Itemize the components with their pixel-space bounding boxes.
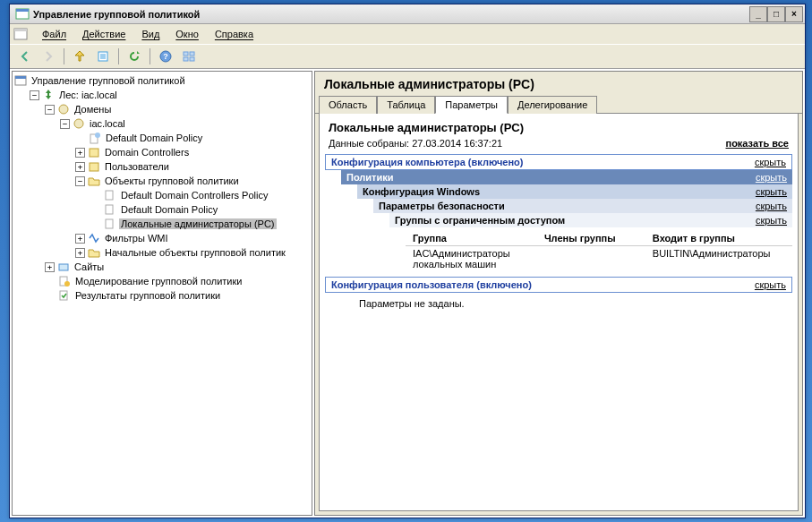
menu-window[interactable]: Окно xyxy=(168,27,206,41)
tree-modeling[interactable]: Моделирование групповой политики xyxy=(45,274,310,288)
section-policies[interactable]: Политики скрыть xyxy=(341,170,792,184)
tree-users[interactable]: + Пользователи xyxy=(75,159,310,174)
col-member-of: Входит в группы xyxy=(645,231,792,246)
tree-forest[interactable]: − Лес: iac.local xyxy=(30,88,310,102)
tree-gpo-ddcp[interactable]: Default Domain Controllers Policy xyxy=(90,188,310,202)
expand-icon[interactable]: + xyxy=(45,262,55,272)
show-all-link[interactable]: показать все xyxy=(726,138,790,149)
tree-starter[interactable]: + Начальные объекты групповой политик xyxy=(75,245,310,260)
tab-delegation[interactable]: Делегирование xyxy=(508,96,597,114)
separator xyxy=(150,48,150,64)
svg-rect-11 xyxy=(190,52,194,56)
menubar: Файл Действие Вид Окно Справка xyxy=(10,24,805,44)
sites-icon xyxy=(57,261,70,273)
svg-rect-21 xyxy=(90,163,98,171)
collapse-icon[interactable]: − xyxy=(75,176,85,186)
svg-rect-28 xyxy=(60,291,67,300)
separator xyxy=(64,48,64,64)
menu-view[interactable]: Вид xyxy=(134,27,167,41)
maximize-button[interactable]: □ xyxy=(767,6,785,22)
restricted-groups-table: Группа Члены группы Входит в группы IAC\… xyxy=(406,231,792,271)
minimize-button[interactable]: _ xyxy=(749,6,767,22)
tree-domains[interactable]: − Домены xyxy=(45,102,310,116)
tree-domain[interactable]: − iac.local xyxy=(60,116,310,131)
section-restricted-groups[interactable]: Группы с ограниченным доступом скрыть xyxy=(389,213,792,227)
gpo-link-icon xyxy=(89,132,101,144)
expand-icon[interactable]: + xyxy=(75,148,85,158)
folder-icon xyxy=(88,246,100,259)
content-area: Управление групповой политикой − Лес: ia… xyxy=(10,69,805,518)
svg-point-16 xyxy=(59,105,68,114)
separator xyxy=(118,48,119,64)
tree-gpo-ddp[interactable]: Default Domain Policy xyxy=(90,202,310,217)
tree-sites[interactable]: + Сайты xyxy=(45,260,310,274)
close-button[interactable]: × xyxy=(785,6,803,22)
expand-icon[interactable]: + xyxy=(75,162,85,172)
svg-rect-15 xyxy=(15,76,26,79)
folder-icon xyxy=(88,175,100,187)
window-title: Управление групповой политикой xyxy=(33,9,749,20)
hide-link[interactable]: скрыть xyxy=(755,279,786,290)
svg-rect-13 xyxy=(190,57,194,61)
gpo-icon xyxy=(104,203,116,216)
tree-pane[interactable]: Управление групповой политикой − Лес: ia… xyxy=(12,71,312,516)
tree-results[interactable]: Результаты групповой политики xyxy=(45,288,310,303)
titlebar[interactable]: Управление групповой политикой _ □ × xyxy=(10,4,805,24)
section-user-config[interactable]: Конфигурация пользователя (включено) скр… xyxy=(325,277,792,293)
svg-rect-25 xyxy=(59,264,68,270)
tab-scope[interactable]: Область xyxy=(319,96,377,114)
tree-wmi[interactable]: + Фильтры WMI xyxy=(75,231,310,245)
menu-action[interactable]: Действие xyxy=(75,27,132,41)
hide-link[interactable]: скрыть xyxy=(756,186,787,197)
gpmc-icon xyxy=(14,74,27,87)
hide-link[interactable]: скрыть xyxy=(756,172,787,183)
svg-rect-23 xyxy=(106,205,113,214)
section-security[interactable]: Параметры безопасности скрыть xyxy=(373,199,792,213)
tree-root[interactable]: Управление групповой политикой xyxy=(14,73,310,88)
ou-icon xyxy=(88,160,100,173)
tab-settings[interactable]: Параметры xyxy=(435,96,508,114)
hide-link[interactable]: скрыть xyxy=(756,215,787,226)
details-pane: Локальные администраторы (PC) Область Та… xyxy=(314,71,803,516)
tree-gpo-local-admins[interactable]: Локальные администраторы (PC) xyxy=(90,217,310,231)
table-row[interactable]: IAC\Администраторы локальных машин BUILT… xyxy=(406,246,792,272)
svg-point-27 xyxy=(64,281,70,287)
expand-icon[interactable]: + xyxy=(75,248,85,258)
tree-ddp[interactable]: Default Domain Policy xyxy=(75,131,310,145)
back-button[interactable] xyxy=(15,47,35,66)
properties-button[interactable] xyxy=(93,47,113,66)
results-icon xyxy=(58,289,71,302)
tab-details[interactable]: Таблица xyxy=(377,96,435,114)
app-icon xyxy=(15,7,30,21)
svg-rect-1 xyxy=(16,9,29,12)
section-windows-config[interactable]: Конфигурация Windows скрыть xyxy=(357,184,792,199)
panel-title: Локальные администраторы (PC) xyxy=(325,119,792,136)
up-button[interactable] xyxy=(70,47,90,66)
menu-help[interactable]: Справка xyxy=(208,27,261,41)
refresh-button[interactable] xyxy=(124,47,144,66)
tree-gpo-container[interactable]: − Объекты групповой политики xyxy=(75,174,310,188)
collapse-icon[interactable]: − xyxy=(45,105,55,115)
view-button[interactable] xyxy=(179,47,199,66)
forward-button[interactable] xyxy=(38,47,58,66)
collapse-icon[interactable]: − xyxy=(30,90,39,100)
col-group: Группа xyxy=(406,231,537,246)
settings-body[interactable]: Локальные администраторы (PC) Данные соб… xyxy=(319,114,799,511)
svg-point-17 xyxy=(74,119,83,128)
svg-point-19 xyxy=(95,133,100,138)
no-params-text: Параметры не заданы. xyxy=(341,293,792,314)
svg-rect-20 xyxy=(90,149,98,157)
details-title: Локальные администраторы (PC) xyxy=(315,72,802,95)
modeling-icon xyxy=(58,275,71,287)
hide-link[interactable]: скрыть xyxy=(756,201,787,211)
menu-file[interactable]: Файл xyxy=(35,27,73,41)
help-button[interactable]: ? xyxy=(156,47,175,66)
toolbar: ? xyxy=(10,44,805,69)
expand-icon[interactable]: + xyxy=(75,234,85,244)
collapse-icon[interactable]: − xyxy=(60,119,70,129)
tree-dc[interactable]: + Domain Controllers xyxy=(75,145,310,159)
domain-icon xyxy=(73,117,85,130)
forest-icon xyxy=(42,89,55,101)
hide-link[interactable]: скрыть xyxy=(755,157,786,167)
section-computer-config[interactable]: Конфигурация компьютера (включено) скрыт… xyxy=(325,154,792,170)
